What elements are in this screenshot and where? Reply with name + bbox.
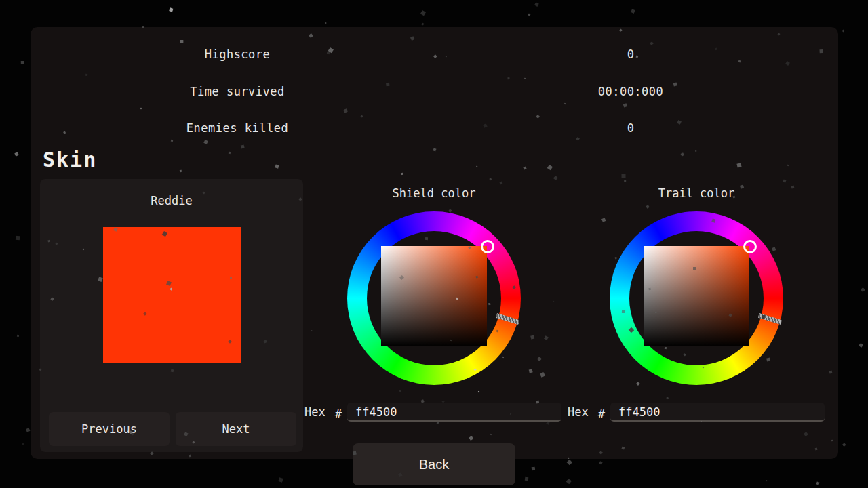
saturation-value-square[interactable]	[381, 246, 487, 346]
skin-preview-swatch	[103, 227, 241, 363]
previous-skin-button[interactable]: Previous	[49, 412, 170, 446]
trail-color-picker: Trail color	[610, 183, 783, 386]
star-particle	[528, 14, 531, 16]
star-particle	[14, 152, 19, 157]
sv-selector-handle[interactable]	[743, 240, 757, 253]
skin-section-title: Skin	[43, 148, 97, 171]
hex-label: Hex	[304, 405, 326, 419]
star-particle	[842, 443, 846, 446]
shield-color-picker: Shield color	[347, 183, 521, 386]
stat-row-highscore: Highscore 0	[31, 47, 838, 61]
skin-card: Reddie Previous Next	[40, 179, 303, 452]
stat-row-enemies-killed: Enemies killed 0	[31, 121, 838, 135]
picker-title: Shield color	[347, 186, 521, 200]
hash-symbol: #	[598, 407, 605, 421]
star-particle	[169, 7, 173, 12]
star-particle	[22, 443, 24, 446]
star-particle	[566, 479, 572, 484]
star-particle	[816, 481, 819, 485]
star-particle	[16, 236, 20, 240]
star-particle	[17, 335, 19, 337]
shield-hex-input[interactable]	[347, 403, 561, 422]
trail-hex-row: Hex #	[568, 403, 825, 422]
star-particle	[861, 287, 865, 292]
stat-label: Time survived	[102, 85, 373, 98]
saturation-value-square[interactable]	[644, 246, 749, 346]
star-particle	[525, 477, 529, 481]
hex-label: Hex	[568, 405, 589, 419]
trail-hex-input[interactable]	[610, 403, 825, 422]
star-particle	[599, 461, 602, 464]
stat-value: 0	[495, 47, 766, 61]
star-particle	[534, 2, 538, 6]
stat-value: 0	[495, 121, 766, 135]
star-particle	[26, 428, 30, 432]
sv-selector-handle[interactable]	[481, 240, 494, 253]
star-particle	[420, 10, 426, 16]
game-screen: Highscore 0 Time survived 00:00:000 Enem…	[0, 0, 868, 488]
shield-hex-row: Hex #	[304, 403, 561, 422]
stat-label: Enemies killed	[102, 121, 373, 135]
skin-name: Reddie	[40, 194, 303, 207]
star-particle	[532, 467, 535, 470]
picker-title: Trail color	[610, 186, 783, 200]
star-particle	[567, 460, 572, 465]
star-particle	[278, 477, 283, 483]
star-particle	[842, 29, 844, 32]
star-particle	[422, 23, 425, 26]
star-particle	[325, 22, 326, 24]
star-particle	[766, 480, 768, 482]
star-particle	[21, 61, 24, 64]
stat-value: 00:00:000	[495, 85, 766, 98]
star-particle	[631, 9, 635, 13]
stat-row-time-survived: Time survived 00:00:000	[31, 85, 838, 98]
back-button[interactable]: Back	[353, 443, 515, 485]
star-particle	[859, 343, 864, 348]
stat-label: Highscore	[102, 47, 373, 61]
hash-symbol: #	[335, 407, 342, 421]
next-skin-button[interactable]: Next	[176, 412, 296, 446]
